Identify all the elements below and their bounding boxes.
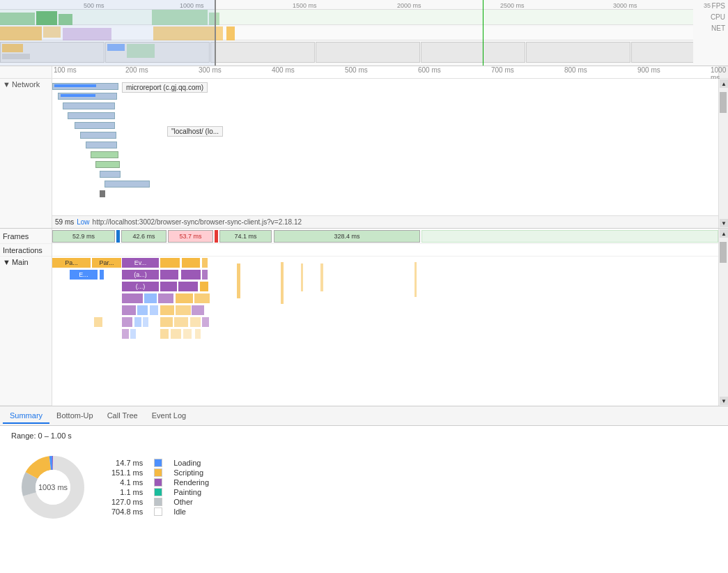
main-block-r5-6[interactable]: [192, 305, 204, 315]
bottom-content: 52.9 ms 42.6 ms 53.7 ms 74.1 ms 328.4 ms…: [52, 229, 718, 406]
main-block-a4[interactable]: [202, 270, 208, 280]
network-row[interactable]: [52, 160, 718, 169]
main-block-r6-1[interactable]: [94, 317, 102, 327]
main-row: Pa... Par... Ev... E... (a...) (...): [52, 257, 718, 406]
overview-tick-1000: 1000 ms: [180, 2, 204, 9]
legend-other-label: Other: [173, 498, 209, 506]
network-row[interactable]: [52, 102, 718, 111]
main-block-r6-5[interactable]: [160, 317, 173, 327]
network-row[interactable]: [52, 92, 718, 101]
network-scrollbar[interactable]: ▲ ▼: [718, 79, 728, 228]
main-block-r7-2[interactable]: [130, 329, 136, 339]
scroll-up-arrow[interactable]: ▲: [720, 79, 728, 88]
main-block-par1[interactable]: Par...: [92, 258, 121, 268]
ruler-tick-100: 100 ms: [54, 66, 77, 74]
overview-tick-3000: 3000 ms: [613, 2, 637, 9]
status-low-label: Low: [77, 218, 89, 226]
ruler-tick-600: 600 ms: [418, 66, 441, 74]
frame-block-1[interactable]: 52.9 ms: [52, 230, 115, 243]
main-block-r4-3[interactable]: [158, 293, 173, 303]
main-block-r6-7[interactable]: [190, 317, 201, 327]
network-content: microreport (c.gj.qq.com): [52, 79, 718, 228]
main-block-e1[interactable]: E...: [70, 270, 98, 280]
bottom-scrollbar[interactable]: ▲ ▼: [718, 229, 728, 406]
main-block-pa1[interactable]: Pa...: [52, 258, 91, 268]
main-block-r6-8[interactable]: [202, 317, 209, 327]
network-row[interactable]: [52, 180, 718, 189]
bottom-scroll-thumb[interactable]: [720, 242, 727, 263]
main-block-r4-1[interactable]: [122, 293, 143, 303]
legend-loading-color: [154, 459, 162, 467]
main-block-dot4[interactable]: [200, 282, 208, 291]
scroll-track[interactable]: [719, 89, 728, 218]
tabs-bar: Summary Bottom-Up Call Tree Event Log: [0, 406, 728, 426]
network-row[interactable]: [52, 141, 718, 150]
main-block-r5-4[interactable]: [160, 305, 174, 315]
frame-block-6[interactable]: 74.1 ms: [219, 230, 272, 243]
scroll-thumb[interactable]: [720, 92, 727, 113]
main-block-r4-5[interactable]: [194, 293, 210, 303]
network-row[interactable]: [52, 131, 718, 140]
main-block-r5-2[interactable]: [137, 305, 148, 315]
frame-block-7[interactable]: 328.4 ms: [274, 230, 420, 243]
svg-rect-4: [209, 13, 219, 25]
scroll-down-arrow[interactable]: ▼: [720, 219, 728, 227]
network-arrow-icon: ▼: [3, 80, 10, 89]
cpu-label: CPU: [711, 13, 725, 22]
main-block-r7-6[interactable]: [195, 329, 201, 339]
main-track-7: [52, 328, 718, 339]
tab-call-tree[interactable]: Call Tree: [100, 408, 145, 424]
main-block-r4-4[interactable]: [176, 293, 193, 303]
main-scatter-2[interactable]: [281, 262, 284, 304]
network-section-header[interactable]: ▼ Network: [3, 80, 49, 89]
frame-block-4[interactable]: 53.7 ms: [168, 230, 213, 243]
main-block-r5-3[interactable]: [150, 305, 158, 315]
svg-rect-6: [43, 26, 61, 38]
network-row[interactable]: [52, 170, 718, 179]
bottom-scroll-track[interactable]: [719, 238, 728, 396]
main-block-r6-4[interactable]: [143, 317, 148, 327]
main-block-dot1[interactable]: (...): [122, 282, 159, 291]
main-block-ev1[interactable]: Ev...: [122, 258, 159, 268]
range-label: Range: 0 – 1.00 s: [11, 431, 717, 440]
main-block-r5-5[interactable]: [176, 305, 191, 315]
network-row[interactable]: [52, 121, 718, 130]
bottom-scroll-up[interactable]: ▲: [720, 229, 728, 238]
main-block-r6-3[interactable]: [134, 317, 141, 327]
main-block-f2[interactable]: [182, 258, 200, 268]
main-block-e2[interactable]: [100, 270, 104, 280]
main-block-r4-2[interactable]: [144, 293, 157, 303]
main-block-a2[interactable]: [160, 270, 178, 280]
tab-event-log[interactable]: Event Log: [145, 408, 194, 424]
main-block-a3[interactable]: [181, 270, 201, 280]
main-block-a1[interactable]: (a...): [122, 270, 159, 280]
network-row[interactable]: [52, 151, 718, 160]
main-track-3: (...): [52, 281, 718, 292]
main-scatter-4[interactable]: [320, 263, 323, 291]
bottom-scroll-down[interactable]: ▼: [720, 397, 728, 405]
main-block-r7-3[interactable]: [160, 329, 169, 339]
frame-block-8[interactable]: [421, 230, 718, 243]
bottom-panels: Frames Interactions ▼ Main 52.9 ms 42.6 …: [0, 229, 728, 406]
main-block-r7-1[interactable]: [122, 329, 129, 339]
tab-bottom-up[interactable]: Bottom-Up: [49, 408, 100, 424]
main-block-r7-4[interactable]: [171, 329, 181, 339]
main-scatter-5[interactable]: [415, 262, 417, 297]
main-block-dot3[interactable]: [178, 282, 198, 291]
main-block-r7-5[interactable]: [183, 329, 192, 339]
main-block-f3[interactable]: [202, 258, 208, 268]
frame-block-3[interactable]: 42.6 ms: [121, 230, 166, 243]
tab-summary[interactable]: Summary: [3, 408, 49, 424]
dashed-line-3: [129, 229, 130, 243]
legend-rendering-value: 4.1 ms: [111, 478, 143, 487]
legend-scripting-color: [154, 468, 162, 477]
main-section-label[interactable]: ▼ Main: [0, 257, 52, 406]
network-row[interactable]: [52, 190, 718, 199]
main-block-f1[interactable]: [160, 258, 180, 268]
interactions-section-label: Interactions: [0, 244, 52, 257]
main-dashed-1: [118, 257, 119, 406]
main-scatter-3[interactable]: [301, 263, 303, 291]
network-row[interactable]: [52, 112, 718, 121]
main-block-dot2[interactable]: [160, 282, 177, 291]
main-block-r6-6[interactable]: [174, 317, 188, 327]
